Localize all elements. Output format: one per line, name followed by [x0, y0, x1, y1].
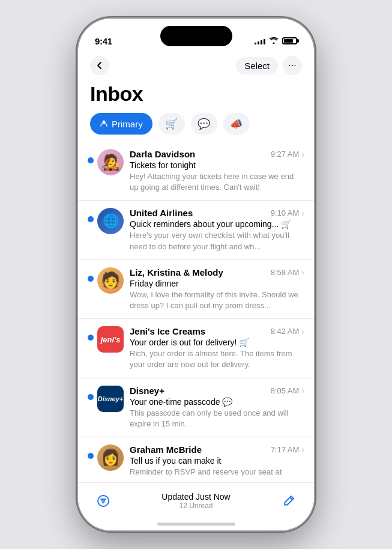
chevron-right-icon: › — [301, 208, 304, 218]
person-icon — [100, 119, 108, 129]
avatar: Disney+ — [97, 386, 124, 412]
signal-icon — [255, 37, 265, 44]
email-preview: Wow, I love the formality of this invite… — [130, 290, 304, 311]
nav-bar: Select ··· — [78, 53, 314, 80]
chevron-right-icon: › — [301, 444, 304, 454]
unread-indicator — [88, 394, 94, 400]
email-item[interactable]: 🧑‍🎤 Darla Davidson 9:27 AM › Tickets for… — [78, 142, 314, 201]
email-subject: Tell us if you can make it — [130, 456, 304, 466]
email-item[interactable]: 👩 Graham McBride 7:17 AM › Tell us if yo… — [78, 437, 314, 484]
email-content: Graham McBride 7:17 AM › Tell us if you … — [130, 444, 304, 478]
unread-indicator — [88, 335, 94, 341]
email-sender: Jeni's Ice Creams — [130, 326, 205, 336]
email-content: Liz, Kristina & Melody 8:58 AM › Friday … — [130, 267, 304, 311]
wifi-icon — [269, 36, 279, 46]
unread-indicator — [88, 216, 94, 222]
email-content: Disney+ 8:05 AM › Your one-time passcode… — [130, 386, 304, 429]
email-subject: Friday dinner — [130, 279, 304, 288]
home-indicator — [157, 523, 235, 526]
avatar: 🧑 — [97, 267, 124, 294]
unread-indicator — [88, 453, 94, 459]
status-icons — [255, 36, 297, 46]
email-sender: United Airlines — [130, 208, 193, 218]
email-item[interactable]: 🧑 Liz, Kristina & Melody 8:58 AM › Frida… — [78, 260, 314, 319]
back-button[interactable] — [90, 56, 109, 75]
email-preview: Reminder to RSVP and reserve your seat a… — [130, 467, 304, 478]
email-content: Darla Davidson 9:27 AM › Tickets for ton… — [130, 149, 304, 193]
tab-social[interactable]: 💬 — [191, 113, 217, 135]
avatar: 🧑‍🎤 — [97, 149, 124, 175]
category-tabs: Primary 🛒 💬 📣 — [78, 113, 314, 142]
email-item[interactable]: Disney+ Disney+ 8:05 AM › Your one-time … — [78, 378, 314, 437]
email-subject: Your one-time passcode 💬 — [130, 397, 304, 407]
nav-actions: Select ··· — [236, 56, 302, 75]
avatar: 🌐 — [97, 208, 124, 234]
page-title: Inbox — [78, 80, 314, 113]
chevron-right-icon: › — [301, 150, 304, 159]
email-subject: Tickets for tonight — [130, 160, 304, 170]
battery-icon — [282, 37, 297, 44]
sync-status-sub: 12 Unread — [112, 502, 280, 510]
email-sender: Darla Davidson — [130, 149, 195, 159]
unread-indicator — [88, 157, 94, 163]
email-time: 9:10 AM — [271, 208, 300, 217]
select-button[interactable]: Select — [236, 57, 278, 74]
status-time: 9:41 — [95, 36, 112, 46]
email-content: United Airlines 9:10 AM › Quick reminder… — [130, 208, 304, 252]
filter-button[interactable] — [95, 493, 112, 509]
email-time: 8:05 AM — [271, 386, 300, 395]
compose-button[interactable] — [280, 493, 297, 509]
email-time: 9:27 AM — [271, 150, 300, 159]
sync-status-main: Updated Just Now — [112, 492, 280, 502]
tab-shopping[interactable]: 🛒 — [158, 113, 185, 135]
tab-promotions[interactable]: 📣 — [223, 113, 250, 135]
unread-indicator — [88, 276, 94, 282]
email-content: Jeni's Ice Creams 8:42 AM › Your order i… — [130, 326, 304, 370]
social-tag: 💬 — [222, 397, 232, 407]
email-sender: Liz, Kristina & Melody — [130, 267, 223, 278]
shopping-tag: 🛒 — [239, 338, 249, 347]
dynamic-island — [160, 26, 232, 46]
email-preview: Rich, your order is almost here. The ite… — [130, 348, 304, 370]
chevron-right-icon: › — [301, 267, 304, 277]
email-preview: Here's your very own checklist with what… — [130, 230, 304, 252]
phone-frame: 9:41 — [78, 19, 314, 530]
email-time: 8:42 AM — [271, 327, 300, 336]
email-item[interactable]: 🌐 United Airlines 9:10 AM › Quick remind… — [78, 201, 314, 259]
more-button[interactable]: ··· — [283, 56, 302, 75]
email-sender: Disney+ — [130, 386, 164, 396]
email-preview: This passcode can only be used once and … — [130, 408, 304, 429]
email-list: 🧑‍🎤 Darla Davidson 9:27 AM › Tickets for… — [78, 142, 314, 484]
email-sender: Graham McBride — [130, 444, 202, 455]
avatar: jeni's — [97, 326, 124, 353]
sync-status: Updated Just Now 12 Unread — [112, 492, 280, 510]
email-subject: Your order is out for delivery! 🛒 — [130, 338, 304, 347]
email-time: 7:17 AM — [271, 445, 300, 454]
tab-primary[interactable]: Primary — [90, 113, 152, 135]
chevron-right-icon: › — [301, 386, 304, 395]
avatar: 👩 — [97, 444, 124, 471]
chevron-right-icon: › — [301, 327, 304, 336]
tab-primary-label: Primary — [112, 119, 143, 129]
email-subject: Quick reminders about your upcoming... 🛒 — [130, 219, 304, 229]
email-time: 8:58 AM — [271, 268, 300, 277]
email-preview: Hey! Attaching your tickets here in case… — [130, 171, 304, 193]
shopping-tag: 🛒 — [281, 219, 291, 229]
email-item[interactable]: jeni's Jeni's Ice Creams 8:42 AM › Your … — [78, 319, 314, 378]
